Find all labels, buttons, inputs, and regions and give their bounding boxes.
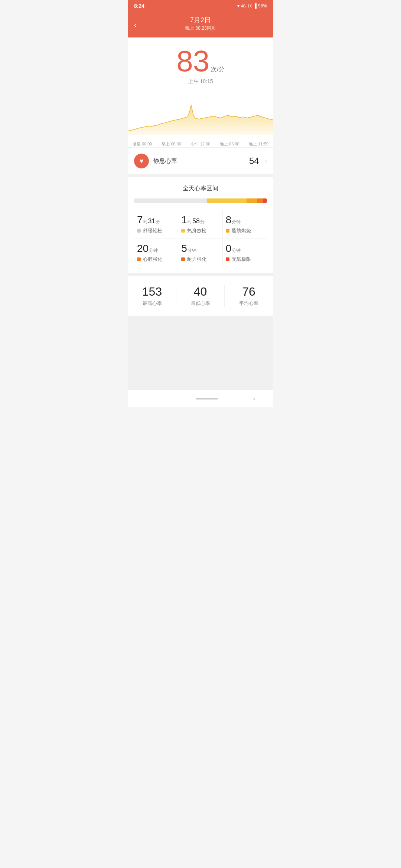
chart-time-labels: 凌晨 00:00 早上 06:00 中午 12:00 晚上 06:00 晚上 1… [128,140,273,147]
heart-icon: ♥ [134,154,149,168]
resting-hr-section[interactable]: ♥ 静息心率 54 › [128,147,273,174]
zone-dot-2 [226,229,229,233]
chart-label-4: 晚上 11:59 [249,141,268,147]
chart-fill [128,105,273,135]
zone-big-0: 7 [137,215,143,225]
zone-name-1: 热身放松 [187,227,206,234]
zone-bar-fill [207,198,267,203]
heart-rate-time: 上午 10:15 [134,78,267,85]
zone-item-3: 20 分钟 心肺强化 [134,239,178,267]
stat-max-hr-value: 153 [128,285,176,299]
zone-item-4: 5 分钟 耐力强化 [178,239,222,267]
zone-value-1: 1 时 58 分 [181,215,219,225]
resting-hr-arrow: › [265,158,267,164]
zone-dot-0 [137,229,141,233]
zone-item-0: 7 时 31 分 舒缓轻松 [134,210,178,239]
zone-name-5: 无氧极限 [232,256,251,263]
chart-label-1: 早上 06:00 [162,141,181,147]
zone-value-4: 5 分钟 [181,243,219,254]
stat-min-hr: 40 最低心率 [176,285,225,307]
zone-name-3: 心肺强化 [143,256,162,263]
status-bar: 8:24 ▾ 4G 1X ▐ 98% [128,0,273,12]
zone-big-5: 0 [226,243,232,254]
stats-section: 153 最高心率 40 最低心率 76 平均心率 [128,273,273,316]
zone-big-4: 5 [181,243,187,254]
hr-zone-section: 全天心率区间 7 时 31 分 舒缓轻松 [128,177,273,273]
chart-label-3: 晚上 06:00 [220,141,239,147]
main-content: 83 次/分 上午 10:15 凌晨 00:00 早上 06:00 中午 12:… [128,37,273,390]
signal-1x-icon: 1X [247,4,252,8]
sync-time: 晚上 08:23同步 [134,25,267,32]
zone-item-1: 1 时 58 分 热身放松 [178,210,222,239]
zone-unit-4: 分钟 [188,247,196,254]
nav-home-indicator[interactable] [196,398,218,400]
status-icons: ▾ 4G 1X ▐ 98% [237,3,267,9]
zone-label-1: 热身放松 [181,227,219,234]
zone-bar-orange [247,198,257,203]
zone-value-5: 0 分钟 [226,243,264,254]
zone-name-2: 脂肪燃烧 [232,227,251,234]
zone-sub-0: 31 [148,217,156,225]
zone-bar [134,198,267,203]
zone-sub-1: 58 [192,217,200,225]
stat-min-hr-label: 最低心率 [176,300,224,307]
nav-back-button[interactable]: ‹ [253,395,255,402]
section-divider-1 [128,174,273,177]
status-time: 8:24 [134,3,144,9]
heart-rate-display: 83 次/分 [176,46,224,76]
signal-bars-icon: ▐ [253,3,257,9]
heart-rate-chart: 凌晨 00:00 早上 06:00 中午 12:00 晚上 06:00 晚上 1… [128,88,273,147]
zone-label-5: 无氧极限 [226,256,264,263]
stat-avg-hr-value: 76 [225,285,273,299]
chart-label-2: 中午 12:00 [191,141,211,147]
zone-item-2: 8 分钟 脂肪燃烧 [223,210,267,239]
battery-icon: 98% [258,3,267,9]
zone-unit-5: 分钟 [232,247,241,254]
heart-rate-unit: 次/分 [211,66,224,73]
zone-label-2: 脂肪燃烧 [226,227,264,234]
stat-max-hr-label: 最高心率 [128,300,176,307]
zone-item-5: 0 分钟 无氧极限 [223,239,267,267]
zone-unit-3: 分钟 [149,247,158,254]
stat-avg-hr-label: 平均心率 [225,300,273,307]
zone-big-1: 1 [181,215,187,225]
zone-unit-sub-0: 分 [156,219,160,225]
hr-zone-title: 全天心率区间 [134,185,267,193]
bottom-area [128,316,273,390]
zone-name-0: 舒缓轻松 [143,227,162,234]
zone-unit-sub-1: 分 [200,219,205,225]
zone-grid: 7 时 31 分 舒缓轻松 1 时 58 分 [134,210,267,267]
zone-label-3: 心肺强化 [137,256,175,263]
page-title: 7月2日 [134,16,267,24]
zone-bar-darkorange [257,198,263,203]
zone-bar-red [263,198,267,203]
stat-min-hr-value: 40 [176,285,224,299]
signal-4g-icon: 4G [241,4,246,8]
zone-bar-yellow [207,198,247,203]
stat-avg-hr: 76 平均心率 [225,285,273,307]
zone-name-4: 耐力强化 [187,256,206,263]
chart-label-0: 凌晨 00:00 [133,141,152,147]
zone-big-2: 8 [226,215,232,225]
zone-unit-2: 分钟 [232,219,241,225]
zone-value-2: 8 分钟 [226,215,264,225]
resting-hr-label: 静息心率 [153,157,245,165]
heart-rate-section: 83 次/分 上午 10:15 [128,37,273,88]
zone-dot-1 [181,229,185,233]
wifi-icon: ▾ [237,3,239,9]
zone-unit-big-1: 时 [188,219,192,225]
resting-hr-value: 54 [249,156,259,166]
zone-big-3: 20 [137,243,149,254]
nav-bar: ‹ [128,390,273,407]
zone-value-3: 20 分钟 [137,243,175,254]
header: ‹ 7月2日 晚上 08:23同步 [128,12,273,37]
zone-label-4: 耐力强化 [181,256,219,263]
stat-max-hr: 153 最高心率 [128,285,176,307]
chart-svg [128,94,273,138]
zone-dot-3 [137,257,141,261]
zone-label-0: 舒缓轻松 [137,227,175,234]
heart-rate-number: 83 [176,46,209,76]
zone-value-0: 7 时 31 分 [137,215,175,225]
zone-unit-big-0: 时 [143,219,148,225]
zone-dot-4 [181,257,185,261]
